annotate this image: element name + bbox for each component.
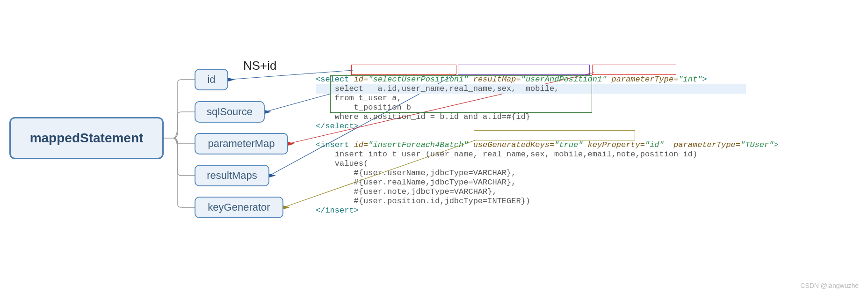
child-resultmaps-label: resultMaps — [207, 169, 257, 182]
insert-body-2: values( — [316, 159, 368, 168]
insert-keyprop-val: "id" — [645, 140, 664, 149]
insert-body-1: insert into t_user (user_name, real_name… — [316, 150, 697, 159]
select-paramtype-attr: parameterType= — [612, 75, 679, 84]
root-mappedstatement: mappedStatement — [9, 117, 164, 159]
svg-marker-9 — [283, 206, 290, 209]
hlbox-select-id — [351, 65, 456, 75]
insert-close-tag: </insert> — [316, 206, 359, 215]
svg-marker-5 — [228, 78, 235, 81]
hlbox-select-paramtype — [592, 65, 676, 75]
child-sqlsource: sqlSource — [195, 101, 265, 123]
child-id-label: id — [207, 74, 215, 86]
child-keygenerator-label: keyGenerator — [208, 201, 270, 213]
child-keygenerator: keyGenerator — [195, 197, 283, 218]
hlbox-insert-usegen — [474, 130, 635, 140]
insert-id-attr: id= — [354, 140, 369, 149]
insert-body-5: #{user.note,jdbcType=VARCHAR}, — [316, 187, 497, 196]
hlbox-select-resultmap — [458, 65, 590, 75]
select-close-tag: </select> — [316, 122, 359, 131]
select-paramtype-val: "int" — [678, 75, 702, 84]
insert-open-tag: <insert — [316, 140, 349, 149]
child-id: id — [195, 69, 228, 90]
svg-marker-7 — [288, 142, 295, 146]
insert-body-3: #{user.userName,jdbcType=VARCHAR}, — [316, 169, 516, 177]
insert-paramtype-val: "TUser" — [740, 140, 774, 149]
insert-keyprop-attr: keyProperty= — [588, 140, 645, 149]
insert-body-4: #{user.realName,jdbcType=VARCHAR}, — [316, 178, 516, 187]
hlbox-select-body — [330, 75, 592, 113]
child-parametermap: parameterMap — [195, 133, 288, 154]
insert-body-6: #{user.position.id,jdbcType=INTEGER}) — [316, 197, 530, 206]
insert-usegen-val: "true" — [554, 140, 583, 149]
insert-usegen-attr: useGeneratedKeys= — [473, 140, 554, 149]
select-body-4: where a.position_id = b.id and a.id=#{id… — [316, 112, 530, 121]
root-label: mappedStatement — [30, 131, 144, 146]
insert-id-val: "insertForeach4Batch" — [368, 140, 468, 149]
svg-marker-8 — [269, 174, 276, 177]
child-sqlsource-label: sqlSource — [207, 106, 253, 118]
insert-paramtype-attr: parameterType= — [673, 140, 740, 149]
svg-marker-6 — [265, 110, 271, 114]
child-resultmaps: resultMaps — [195, 165, 269, 186]
ns-id-label: NS+id — [243, 59, 277, 73]
watermark: CSDN @langwuzhe — [800, 282, 859, 289]
child-parametermap-label: parameterMap — [208, 138, 275, 150]
